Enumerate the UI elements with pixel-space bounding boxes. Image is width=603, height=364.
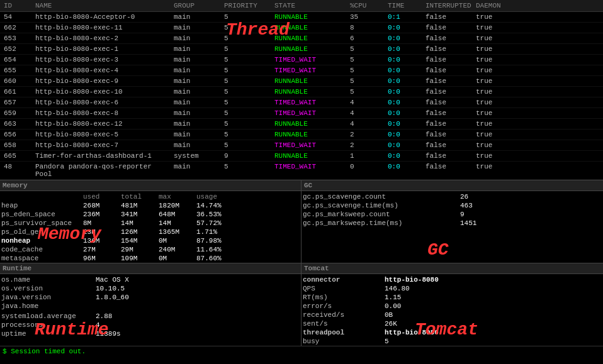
mem-col-total: total [121, 193, 159, 201]
list-item: gc.ps_marksweep.time(ms) 1451 [302, 219, 603, 228]
thread-cpu: 4 [349, 109, 386, 118]
thread-time: 0:0 [386, 109, 424, 118]
list-item: QPS 146.80 [302, 284, 603, 293]
list-item: java.version 1.8.0_60 [0, 293, 301, 302]
thread-name: Timer-for-arthas-dashboard-1 [34, 152, 172, 160]
mem-row-name: metaspace [1, 255, 83, 262]
col-state-header: STATE [273, 1, 349, 10]
thread-daemon: true [475, 152, 512, 160]
thread-cpu: 5 [349, 66, 386, 75]
thread-daemon: true [475, 34, 512, 43]
col-interrupted-header: INTERRUPTED [424, 1, 475, 10]
rt-row-val: 4 [96, 321, 222, 329]
thread-name: Pandora pandora-qos-reporter Pool [34, 162, 172, 179]
thread-group: main [172, 55, 223, 64]
rt-row-val: 1.8.0_60 [96, 294, 222, 301]
thread-state: RUNNABLE [273, 152, 349, 160]
mem-row-usage: 36.53% [196, 211, 234, 218]
thread-name: http-bio-8080-exec-10 [34, 87, 172, 96]
thread-time: 0:0 [386, 162, 424, 179]
rt-row-val: Mac OS X [96, 276, 222, 284]
tc-row-val: 0.00 [385, 302, 510, 310]
thread-name: http-bio-8080-exec-5 [34, 130, 172, 139]
thread-cpu: 2 [349, 130, 386, 139]
mem-row-usage: 87.60% [196, 255, 234, 262]
gc-panel: GC gc.ps_scavenge.count 26 gc.ps_scaveng… [302, 180, 603, 263]
thread-priority: 5 [223, 45, 273, 53]
rt-row-val: 2.88 [96, 312, 222, 320]
mem-row-max: 0M [159, 255, 196, 262]
table-row: 660 http-bio-8080-exec-9 main 5 RUNNABLE… [0, 76, 603, 87]
mem-row-max: 1820M [159, 202, 196, 209]
list-item: os.version 10.10.5 [0, 284, 301, 293]
list-item: code_cache 27M 29M 240M 11.64% [0, 245, 301, 254]
mem-row-total: 126M [121, 228, 159, 236]
thread-id: 655 [3, 66, 34, 75]
thread-id: 48 [3, 162, 34, 179]
thread-cpu: 2 [349, 141, 386, 150]
mem-row-usage: 11.64% [196, 246, 234, 253]
thread-time: 0:0 [386, 119, 424, 128]
list-item: connector http-bio-8080 [302, 275, 603, 284]
runtime-section-header: Runtime [0, 263, 301, 274]
thread-id: 661 [3, 87, 34, 96]
thread-rows-container: 54 http-bio-8080-Acceptor-0 main 5 RUNNA… [0, 12, 603, 180]
tomcat-section-header: Tomcat [302, 263, 603, 274]
gc-row-val: 1451 [460, 219, 510, 227]
mem-row-total: 109M [121, 255, 159, 262]
mem-row-name: ps_eden_space [1, 211, 83, 218]
thread-priority: 5 [223, 98, 273, 107]
thread-cpu: 5 [349, 77, 386, 85]
thread-time: 0:0 [386, 77, 424, 85]
mem-row-total: 14M [121, 219, 159, 227]
thread-time: 0:0 [386, 87, 424, 96]
table-row: 655 http-bio-8080-exec-4 main 5 TIMED_WA… [0, 65, 603, 76]
tc-row-key: RT(ms) [303, 294, 385, 301]
table-row: 659 http-bio-8080-exec-8 main 5 TIMED_WA… [0, 108, 603, 119]
col-name-header: NAME [34, 1, 172, 10]
col-id-header: ID [3, 1, 34, 10]
thread-group: main [172, 130, 223, 139]
list-item: java.home [0, 302, 301, 311]
thread-group: main [172, 162, 223, 179]
thread-state: TIMED_WAIT [273, 141, 349, 150]
thread-cpu: 1 [349, 152, 386, 160]
table-row: 661 http-bio-8080-exec-10 main 5 RUNNABL… [0, 87, 603, 97]
thread-time: 0:0 [386, 66, 424, 75]
thread-interrupted: false [424, 34, 475, 43]
lower-grid: Runtime os.name Mac OS X os.version 10.1… [0, 263, 603, 346]
thread-name: http-bio-8080-exec-3 [34, 55, 172, 64]
gc-row-val: 26 [460, 193, 510, 201]
rt-row-key: systemload.average [1, 312, 96, 320]
thread-priority: 5 [223, 77, 273, 85]
thread-name: http-bio-8080-exec-11 [34, 23, 172, 32]
thread-daemon: true [475, 119, 512, 128]
gc-label: GC [427, 240, 449, 260]
gc-section-header: GC [302, 180, 603, 191]
thread-priority: 5 [223, 130, 273, 139]
thread-state: TIMED_WAIT [273, 109, 349, 118]
thread-interrupted: false [424, 55, 475, 64]
thread-interrupted: false [424, 45, 475, 53]
list-item: os.name Mac OS X [0, 275, 301, 284]
rt-row-key: java.version [1, 294, 96, 301]
mem-row-total: 481M [121, 202, 159, 209]
tc-row-key: busy [303, 338, 385, 345]
mem-row-usage: 57.72% [196, 219, 234, 227]
gc-row-key: gc.ps_marksweep.time(ms) [303, 219, 460, 227]
tc-row-val: http-bio-8080 [385, 276, 510, 284]
thread-id: 663 [3, 119, 34, 128]
thread-time: 0:0 [386, 55, 424, 64]
tc-row-key: error/s [303, 302, 385, 310]
thread-name: http-bio-8080-Acceptor-0 [34, 13, 172, 21]
thread-priority: 5 [223, 162, 273, 179]
thread-daemon: true [475, 141, 512, 150]
thread-id: 54 [3, 13, 34, 21]
thread-state: RUNNABLE [273, 119, 349, 128]
thread-id: 656 [3, 130, 34, 139]
mem-gc-grid: Memory used total max usage heap 268M 48… [0, 180, 603, 263]
thread-interrupted: false [424, 109, 475, 118]
table-row: 658 http-bio-8080-exec-7 main 5 TIMED_WA… [0, 140, 603, 151]
mem-row-used: 236M [83, 211, 121, 218]
thread-name: http-bio-8080-exec-12 [34, 119, 172, 128]
